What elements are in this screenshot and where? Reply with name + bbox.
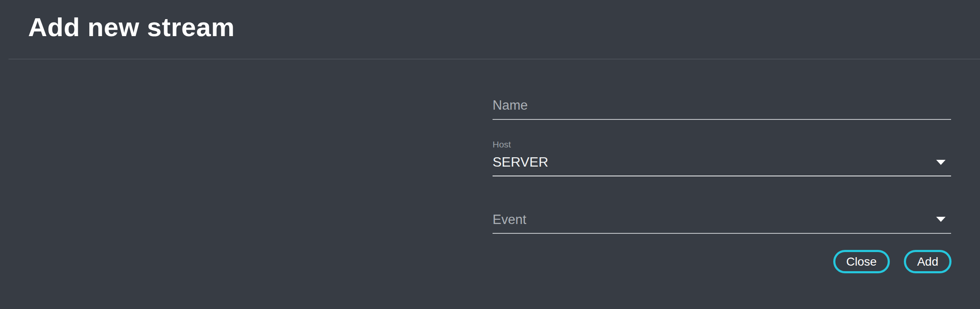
name-field-placeholder: Name (493, 98, 528, 113)
host-selected-value: SERVER (493, 154, 548, 170)
host-select[interactable]: Host SERVER (493, 139, 951, 176)
add-stream-dialog: Add new stream Name Host SERVER Event Cl… (0, 0, 980, 309)
dropdown-arrow-icon[interactable] (936, 160, 946, 165)
header-divider (9, 59, 980, 60)
name-field-underline (493, 119, 951, 120)
dialog-actions: Close Add (833, 250, 952, 273)
dialog-title: Add new stream (28, 13, 235, 42)
host-select-label: Host (493, 139, 511, 150)
host-select-underline (493, 176, 951, 176)
dropdown-arrow-icon[interactable] (936, 217, 946, 222)
event-select-underline (493, 233, 951, 234)
event-select-placeholder: Event (493, 212, 526, 227)
add-button[interactable]: Add (904, 250, 952, 273)
close-button[interactable]: Close (833, 250, 890, 273)
event-select[interactable]: Event (493, 211, 951, 234)
name-field[interactable]: Name (493, 97, 951, 120)
